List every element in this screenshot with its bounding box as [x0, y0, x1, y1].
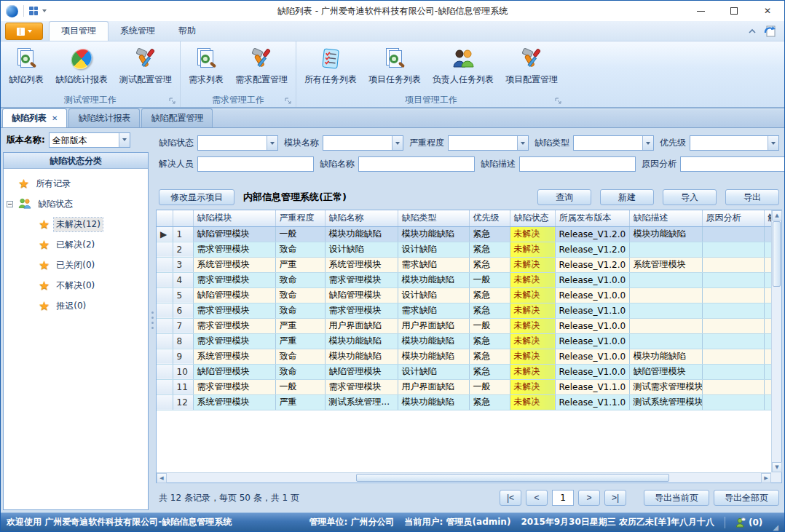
export-button[interactable]: 导出 — [725, 189, 779, 205]
cell-severity[interactable]: 致命 — [275, 272, 325, 287]
collapse-ribbon-icon[interactable] — [748, 28, 757, 34]
cell-type[interactable]: 模块功能缺陷 — [398, 226, 469, 242]
cell-version[interactable]: Release_V1.1.0 — [555, 394, 629, 410]
table-row[interactable]: 3系统管理模块严重系统管理模块需求缺陷紧急未解决Release_V1.2.0系统… — [157, 257, 771, 272]
cell-priority[interactable]: 一般 — [469, 272, 510, 287]
export-current-page-button[interactable]: 导出当前页 — [644, 490, 709, 506]
cell-priority[interactable]: 紧急 — [469, 242, 510, 257]
cell-type[interactable]: 模块功能缺陷 — [398, 349, 469, 364]
cell-severity[interactable]: 一般 — [275, 226, 325, 242]
cell-priority[interactable]: 紧急 — [469, 287, 510, 303]
cell-priority[interactable]: 一般 — [469, 379, 510, 394]
cell-severity[interactable]: 严重 — [275, 318, 325, 333]
dialog-launcher-icon[interactable] — [285, 98, 291, 104]
cell-type[interactable]: 设计缺陷 — [398, 242, 469, 257]
cell-severity[interactable]: 严重 — [275, 333, 325, 349]
cell-solution[interactable] — [764, 257, 771, 272]
cause-analysis-input[interactable] — [680, 156, 785, 172]
cell-priority[interactable]: 一般 — [469, 318, 510, 333]
cell-type[interactable]: 设计缺陷 — [398, 287, 469, 303]
cell-cause[interactable] — [702, 364, 764, 379]
cell-status[interactable]: 未解决 — [510, 364, 555, 379]
cell-name[interactable]: 需求管理模块 — [325, 272, 398, 287]
col-type[interactable]: 缺陷类型 — [398, 210, 469, 226]
quick-access-icon[interactable] — [29, 7, 39, 16]
priority-combo[interactable] — [690, 135, 779, 151]
cell-name[interactable]: 用户界面缺陷 — [325, 318, 398, 333]
cell-module[interactable]: 系统管理模块 — [193, 257, 275, 272]
doc-tab-defect-config[interactable]: 缺陷配置管理 — [141, 108, 213, 127]
cell-cause[interactable] — [702, 394, 764, 410]
cell-severity[interactable]: 致命 — [275, 303, 325, 318]
cell-desc[interactable] — [629, 272, 702, 287]
resize-grip-icon[interactable]: ◢ — [773, 523, 778, 531]
cell-version[interactable]: Release_V1.0.0 — [555, 318, 629, 333]
col-name[interactable]: 缺陷名称 — [325, 210, 398, 226]
cell-severity[interactable]: 致命 — [275, 242, 325, 257]
test-config-button[interactable]: 测试配置管理 — [114, 44, 177, 87]
doc-tab-defect-list[interactable]: 缺陷列表 ✕ — [2, 108, 67, 127]
import-button[interactable]: 导入 — [663, 189, 717, 205]
cell-solution[interactable] — [764, 272, 771, 287]
cell-severity[interactable]: 严重 — [275, 394, 325, 410]
module-name-combo[interactable] — [323, 135, 403, 151]
scroll-down-icon[interactable]: ▼ — [772, 462, 782, 472]
cell-name[interactable]: 模块功能缺陷 — [325, 349, 398, 364]
cell-module[interactable]: 系统管理模块 — [193, 394, 275, 410]
cell-priority[interactable]: 紧急 — [469, 364, 510, 379]
cell-name[interactable]: 设计缺陷 — [325, 242, 398, 257]
cell-desc[interactable]: 模块功能缺陷 — [629, 226, 702, 242]
cell-solution[interactable] — [764, 333, 771, 349]
modify-columns-button[interactable]: 修改显示项目 — [159, 189, 234, 205]
cell-module[interactable]: 需求管理模块 — [193, 242, 275, 257]
project-config-button[interactable]: 项目配置管理 — [500, 44, 563, 87]
cell-type[interactable]: 模块功能缺陷 — [398, 333, 469, 349]
cell-version[interactable]: Release_V1.2.0 — [555, 242, 629, 257]
cell-version[interactable]: Release_V1.1.0 — [555, 303, 629, 318]
tab-close-icon[interactable]: ✕ — [52, 114, 58, 122]
col-version[interactable]: 所属发布版本 — [555, 210, 629, 226]
cell-solution[interactable] — [764, 394, 771, 410]
cell-name[interactable]: 系统管理模块 — [325, 257, 398, 272]
cell-desc[interactable] — [629, 333, 702, 349]
panel-splitter[interactable] — [149, 130, 155, 510]
cell-version[interactable]: Release_V1.0.0 — [555, 349, 629, 364]
cell-cause[interactable] — [702, 242, 764, 257]
cell-status[interactable]: 未解决 — [510, 318, 555, 333]
tree-item-postponed[interactable]: ★ 推迟(0) — [5, 295, 146, 316]
col-severity[interactable]: 严重程度 — [275, 210, 325, 226]
cell-type[interactable]: 模块功能缺陷 — [398, 272, 469, 287]
cell-cause[interactable] — [702, 287, 764, 303]
col-module[interactable]: 缺陷模块 — [193, 210, 275, 226]
cell-desc[interactable] — [629, 242, 702, 257]
cell-cause[interactable] — [702, 333, 764, 349]
cell-severity[interactable]: 一般 — [275, 379, 325, 394]
cell-cause[interactable] — [702, 303, 764, 318]
cell-solution[interactable] — [764, 303, 771, 318]
cell-cause[interactable] — [702, 272, 764, 287]
table-row[interactable]: 2需求管理模块致命设计缺陷设计缺陷紧急未解决Release_V1.2.0 — [157, 242, 771, 257]
scroll-thumb[interactable] — [773, 221, 781, 287]
cell-status[interactable]: 未解决 — [510, 394, 555, 410]
doc-tab-defect-report[interactable]: 缺陷统计报表 — [68, 108, 140, 127]
scroll-right-icon[interactable]: ▶ — [761, 473, 771, 483]
cell-desc[interactable] — [629, 318, 702, 333]
cell-status[interactable]: 未解决 — [510, 226, 555, 242]
cell-severity[interactable]: 致命 — [275, 364, 325, 379]
prev-page-button[interactable]: < — [526, 490, 548, 506]
cell-desc[interactable] — [629, 303, 702, 318]
cell-type[interactable]: 用户界面缺陷 — [398, 379, 469, 394]
first-page-button[interactable]: |< — [500, 490, 521, 506]
col-desc[interactable]: 缺陷描述 — [629, 210, 702, 226]
tree-item-resolved[interactable]: ★ 已解决(2) — [5, 234, 146, 255]
cell-severity[interactable]: 致命 — [275, 349, 325, 364]
next-page-button[interactable]: > — [578, 490, 600, 506]
cell-name[interactable]: 需求管理模块 — [325, 303, 398, 318]
table-row[interactable]: 4需求管理模块致命需求管理模块模块功能缺陷一般未解决Release_V1.0.0 — [157, 272, 771, 287]
cell-name[interactable]: 需求管理模块 — [325, 379, 398, 394]
tree-item-all-records[interactable]: ★ 所有记录 — [5, 173, 146, 194]
cell-status[interactable]: 未解决 — [510, 303, 555, 318]
collapse-expander-icon[interactable] — [7, 201, 13, 207]
quick-access-dropdown-icon[interactable] — [42, 9, 47, 12]
table-row[interactable]: 11需求管理模块一般需求管理模块用户界面缺陷一般未解决Release_V1.1.… — [157, 379, 771, 394]
